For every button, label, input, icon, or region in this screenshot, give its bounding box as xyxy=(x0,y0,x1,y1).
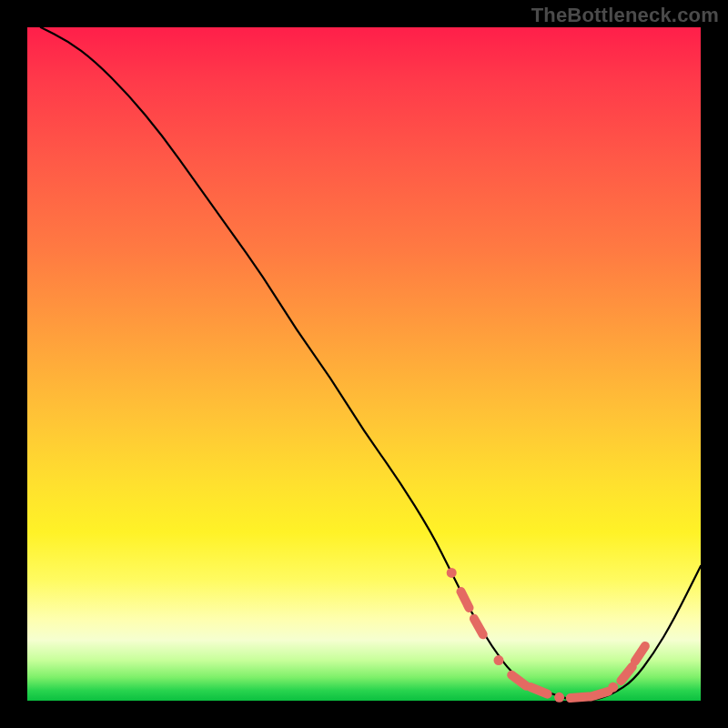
marker-pill xyxy=(635,646,645,662)
marker-pill xyxy=(621,667,632,682)
chart-frame: TheBottleneck.com xyxy=(0,0,728,728)
marker-dot xyxy=(608,682,618,693)
marker-pill xyxy=(571,697,589,699)
marker-pill xyxy=(474,619,483,634)
marker-pill xyxy=(531,687,547,694)
chart-svg xyxy=(27,27,701,701)
marker-pill xyxy=(511,675,526,686)
watermark-text: TheBottleneck.com xyxy=(531,4,719,27)
marker-dot xyxy=(447,568,457,578)
marker-pill xyxy=(591,692,608,697)
marker-pill xyxy=(461,592,470,608)
marker-dot xyxy=(554,693,564,703)
plot-area xyxy=(27,27,701,701)
marker-dot xyxy=(494,655,504,665)
valley-markers xyxy=(447,568,645,703)
bottleneck-curve xyxy=(41,27,701,701)
